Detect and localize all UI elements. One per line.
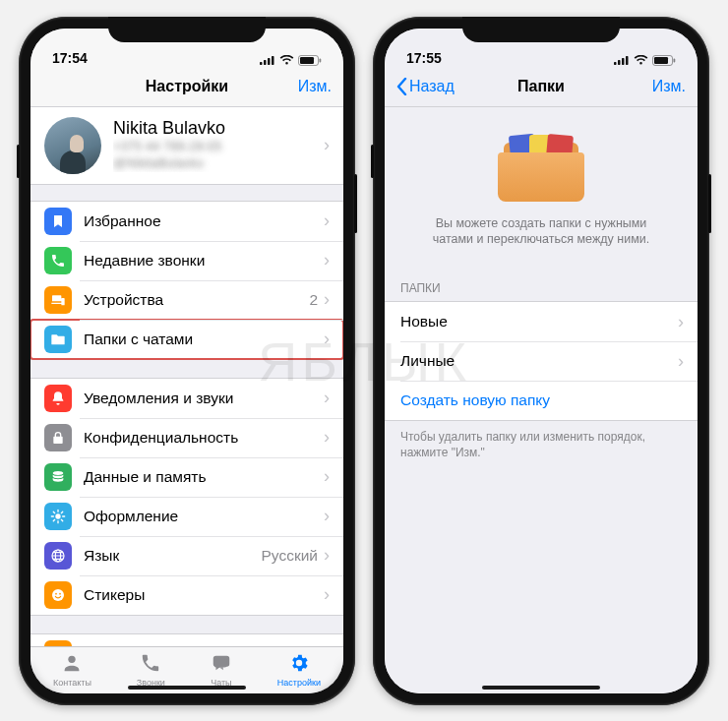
language-icon <box>44 542 72 570</box>
row-label: Устройства <box>84 291 309 309</box>
wifi-icon <box>279 55 294 66</box>
row-label: Язык <box>84 547 261 565</box>
row-notifications[interactable]: Уведомления и звуки› <box>30 379 343 418</box>
footer-note: Чтобы удалить папку или изменить порядок… <box>385 421 698 468</box>
chevron-right-icon: › <box>678 312 684 332</box>
svg-point-12 <box>59 592 61 594</box>
row-privacy[interactable]: Конфиденциальность› <box>30 418 343 457</box>
cellular-icon <box>260 55 275 65</box>
wifi-icon <box>634 55 648 66</box>
privacy-icon <box>44 424 72 451</box>
chevron-right-icon: › <box>324 289 330 310</box>
svg-rect-16 <box>622 58 625 65</box>
chevron-right-icon: › <box>324 329 330 349</box>
row-label: Стикеры <box>84 586 324 604</box>
svg-rect-14 <box>614 62 617 65</box>
chevron-right-icon: › <box>324 427 330 448</box>
phone-right: 17:55 Назад Папки Изм. Вы можете создать… <box>373 17 709 705</box>
tab-calls[interactable]: Звонки <box>137 652 165 688</box>
cellular-icon <box>614 55 630 65</box>
row-label: Данные и память <box>84 468 324 486</box>
chevron-right-icon: › <box>324 210 330 231</box>
chevron-left-icon <box>396 78 407 95</box>
tab-settings[interactable]: Настройки <box>277 652 321 688</box>
profile-name: Nikita Bulavko <box>113 118 312 139</box>
home-indicator <box>128 686 246 690</box>
screen-right: 17:55 Назад Папки Изм. Вы можете создать… <box>385 29 698 693</box>
svg-point-11 <box>55 592 57 594</box>
notifications-icon <box>44 385 72 412</box>
status-icons <box>260 55 322 66</box>
svg-rect-19 <box>654 57 668 64</box>
chevron-right-icon: › <box>324 506 330 526</box>
avatar <box>44 117 101 174</box>
notch <box>462 17 620 42</box>
folder-row[interactable]: Новые› <box>385 302 698 341</box>
folder-row[interactable]: Личные› <box>385 341 698 381</box>
row-folders[interactable]: Папки с чатами› <box>30 320 343 359</box>
settings-content[interactable]: Nikita Bulavko +375 44 786-28-05 @Nikita… <box>30 107 343 646</box>
row-calls[interactable]: Недавние звонки› <box>30 241 343 280</box>
tab-chats[interactable]: Чаты <box>211 652 232 688</box>
appearance-icon <box>44 503 72 530</box>
edit-button[interactable]: Изм. <box>652 78 686 95</box>
nav-bar: Настройки Изм. <box>30 68 343 107</box>
back-label: Назад <box>409 78 455 95</box>
svg-rect-17 <box>626 56 629 65</box>
screen-left: 17:54 Настройки Изм. Nikita Bulavko +375… <box>30 29 343 693</box>
svg-rect-1 <box>264 60 267 65</box>
row-label: Папки с чатами <box>84 330 324 348</box>
nav-title: Настройки <box>30 78 343 95</box>
status-icons <box>614 55 676 66</box>
back-button[interactable]: Назад <box>396 78 455 95</box>
stickers-icon <box>44 581 72 609</box>
profile-phone: +375 44 786-28-05 <box>113 139 312 155</box>
row-label: Оформление <box>84 508 324 525</box>
folders-content[interactable]: Вы можете создать папки с нужными чатами… <box>385 107 698 693</box>
svg-rect-0 <box>260 62 263 65</box>
svg-rect-15 <box>618 60 621 65</box>
create-folder-row[interactable]: Создать новую папку <box>385 381 698 420</box>
row-stickers[interactable]: Стикеры› <box>30 575 343 615</box>
calls-icon <box>44 247 72 274</box>
chevron-right-icon: › <box>324 135 330 155</box>
row-language[interactable]: ЯзыкРусский› <box>30 536 343 575</box>
svg-rect-20 <box>674 58 676 62</box>
folder-illustration-icon <box>498 131 584 202</box>
chevron-right-icon: › <box>678 351 684 372</box>
profile-username: @NikitaBulavko <box>113 155 312 172</box>
row-data[interactable]: Данные и память› <box>30 457 343 497</box>
section-header-folders: ПАПКИ <box>385 264 698 301</box>
status-time: 17:54 <box>52 50 88 66</box>
tab-contacts[interactable]: Контакты <box>53 652 91 688</box>
row-help[interactable]: Помощь› <box>30 634 343 646</box>
row-value: Русский <box>261 547 318 565</box>
svg-rect-6 <box>320 58 322 62</box>
edit-button[interactable]: Изм. <box>298 78 332 95</box>
row-label: Избранное <box>84 212 324 230</box>
calls-icon <box>140 652 161 677</box>
tab-label: Настройки <box>277 678 321 688</box>
devices-icon <box>44 286 72 314</box>
notch <box>108 17 266 42</box>
row-label: Уведомления и звуки <box>84 390 324 407</box>
row-value: 2 <box>309 291 318 309</box>
hero-text: Вы можете создать папки с нужными чатами… <box>414 215 668 249</box>
chevron-right-icon: › <box>324 250 330 270</box>
row-devices[interactable]: Устройства2› <box>30 280 343 320</box>
data-icon <box>44 463 72 491</box>
chevron-right-icon: › <box>324 584 330 605</box>
hero: Вы можете создать папки с нужными чатами… <box>385 107 698 265</box>
chevron-right-icon: › <box>324 388 330 408</box>
row-saved[interactable]: Избранное› <box>30 202 343 241</box>
nav-bar: Назад Папки Изм. <box>385 68 698 107</box>
folder-label: Новые <box>400 313 678 330</box>
battery-icon <box>298 55 322 66</box>
folders-icon <box>44 326 72 353</box>
phone-left: 17:54 Настройки Изм. Nikita Bulavko +375… <box>19 17 355 705</box>
saved-icon <box>44 208 72 235</box>
svg-rect-5 <box>300 57 314 64</box>
profile-row[interactable]: Nikita Bulavko +375 44 786-28-05 @Nikita… <box>30 107 343 185</box>
row-appearance[interactable]: Оформление› <box>30 497 343 536</box>
settings-icon <box>288 652 310 677</box>
